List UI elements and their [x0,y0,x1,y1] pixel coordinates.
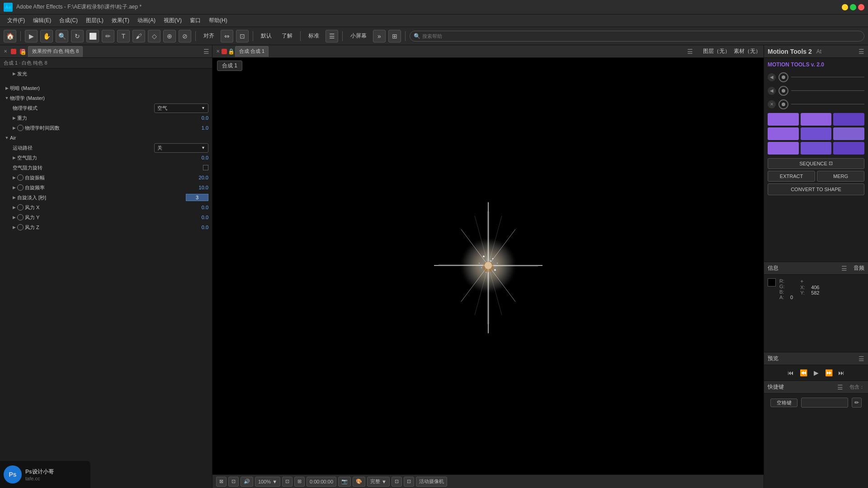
wind-x-arrow[interactable]: ▶ [11,204,17,211]
layout-menu[interactable]: ☰ [326,30,338,42]
effect-physics-time[interactable]: ▶ 物理学时间因数 1.0 [0,123,212,133]
menu-composition[interactable]: 合成(C) [56,15,81,26]
air-resistance-arrow[interactable]: ▶ [11,155,17,161]
effect-air-resistance[interactable]: ▶ 空气阻力 0.0 [0,153,212,163]
camera-btn[interactable]: ⊡ [236,30,249,42]
effect-motion-path[interactable]: 运动路径 关 ▼ [0,143,212,153]
search-input[interactable] [422,33,860,39]
wind-z-arrow[interactable]: ▶ [11,224,17,230]
color-swatch-9[interactable] [833,142,864,155]
comp-toggle-btn[interactable]: ⊠ [216,477,226,487]
comp-panel-close[interactable]: ✕ [215,49,221,54]
color-swatch-4[interactable] [768,127,799,140]
pen-tool[interactable]: ✏ [102,30,114,42]
comp-panel-menu[interactable]: ☰ [687,48,693,55]
comp-camera-active[interactable]: 活动摄像机 [416,477,447,487]
physics-mode-dropdown[interactable]: 空气 ▼ [154,103,208,113]
expand-btn[interactable]: » [373,30,386,42]
comp-3d-btn[interactable]: ⊡ [404,477,414,487]
comp-audio-btn[interactable]: 🔊 [241,477,253,487]
mt-nav-left[interactable]: ◀ [768,73,776,81]
brightness-arrow[interactable]: ▶ [4,85,10,91]
preview-panel-menu[interactable]: ☰ [859,355,864,362]
color-swatch-3[interactable] [833,113,864,126]
comp-res-btn[interactable]: ⊡ [392,477,402,487]
mt-nav-circle2[interactable] [778,86,788,96]
merge-button[interactable]: MERG [817,171,864,182]
spin-amp-arrow[interactable]: ▶ [11,174,17,181]
air-resistance-spin-checkbox[interactable] [203,165,208,170]
gravity-arrow[interactable]: ▶ [11,115,17,121]
effect-wind-z[interactable]: ▶ 风力 Z 0.0 [0,222,212,232]
effect-air-resistance-spin[interactable]: 空气阻力旋转 [0,163,212,173]
mt-nav-x[interactable]: ✕ [768,100,776,108]
grid-btn[interactable]: ⊞ [388,30,401,42]
comp-preview-btn[interactable]: ⊡ [228,477,239,487]
shortcut-edit-btn[interactable]: ✏ [852,398,862,408]
minimize-button[interactable] [842,4,848,10]
brush-tool[interactable]: 🖌 [132,30,145,42]
color-swatch-7[interactable] [768,142,799,155]
menu-help[interactable]: 帮助(H) [205,15,231,26]
prev-frame-button[interactable]: ⏪ [798,368,808,378]
menu-animation[interactable]: 动画(A) [134,15,159,26]
motion-path-dropdown[interactable]: 关 ▼ [154,143,208,153]
menu-view[interactable]: 视图(V) [160,15,185,26]
color-swatch-2[interactable] [801,113,832,126]
home-button[interactable]: 🏠 [4,30,16,42]
menu-effects[interactable]: 效果(T) [108,15,133,26]
shape-tool[interactable]: ⬜ [86,30,99,42]
color-swatch-6[interactable] [833,127,864,140]
motion-tools-menu[interactable]: ☰ [859,48,864,55]
physics-time-arrow[interactable]: ▶ [11,125,17,131]
effect-physics-mode[interactable]: 物理学模式 空气 ▼ [0,103,212,113]
effect-physics[interactable]: ▼ 物理学 (Master) [0,93,212,103]
comp-grid-btn[interactable]: ⊞ [294,477,305,487]
eraser-tool[interactable]: ◇ [148,30,160,42]
skip-forward-button[interactable]: ⏭ [836,368,846,378]
spin-fade-input[interactable] [186,194,208,201]
effect-air[interactable]: ▼ Air [0,133,212,143]
effect-wind-y[interactable]: ▶ 风力 Y 0.0 [0,212,212,222]
comp-fit-btn[interactable]: ⊡ [282,477,292,487]
next-frame-button[interactable]: ⏩ [824,368,834,378]
comp-timecode[interactable]: 0:00:00:00 [307,477,336,487]
menu-layer[interactable]: 图层(L) [82,15,107,26]
comp-tab[interactable]: 合成 合成 1 [235,46,269,57]
air-arrow[interactable]: ▼ [4,135,10,141]
shortcut-key[interactable]: 空格键 [770,399,797,407]
effects-tab[interactable]: 效果控件 白色 纯色 8 [28,46,83,57]
info-panel-menu[interactable]: ☰ [841,265,847,272]
search-bar[interactable]: 🔍 [410,31,864,42]
mt-nav-left2[interactable]: ◀ [768,87,776,95]
play-button[interactable]: ▶ [811,368,821,378]
zoom-tool[interactable]: 🔍 [56,30,68,42]
convert-shape-button[interactable]: CONVERT TO SHAPE [768,183,864,195]
effect-spin-amp[interactable]: ▶ 自旋振幅 20.0 [0,173,212,183]
puppet-tool[interactable]: ⊕ [163,30,176,42]
color-swatch-8[interactable] [801,142,832,155]
effect-brightness[interactable]: ▶ 明暗 (Master) [0,83,212,93]
effect-spin-freq[interactable]: ▶ 自旋频率 10.0 [0,183,212,192]
effect-gravity[interactable]: ▶ 重力 0.0 [0,113,212,123]
text-tool[interactable]: T [117,30,130,42]
effects-panel-close[interactable]: ✕ [3,49,8,54]
hand-tool[interactable]: ✋ [40,30,53,42]
mt-nav-circle3[interactable] [778,99,788,109]
color-swatch-1[interactable] [768,113,799,126]
extract-button[interactable]: EXTRACT [768,171,815,182]
glow-arrow[interactable]: ▶ [11,70,17,77]
spin-fade-arrow[interactable]: ▶ [11,194,17,201]
comp-color-btn[interactable]: 🎨 [353,477,365,487]
maximize-button[interactable] [850,4,856,10]
rotate-tool[interactable]: ↻ [71,30,84,42]
align-button[interactable]: ⇔ [221,30,233,42]
menu-edit[interactable]: 编辑(E) [29,15,55,26]
wind-y-arrow[interactable]: ▶ [11,214,17,221]
track-tool[interactable]: ⊘ [179,30,191,42]
comp-camera-btn[interactable]: 📷 [338,477,351,487]
effect-spin-fade[interactable]: ▶ 自旋淡入 [秒] [0,192,212,202]
effects-panel-menu[interactable]: ☰ [203,48,209,55]
physics-arrow[interactable]: ▼ [4,95,10,101]
skip-back-button[interactable]: ⏮ [786,368,796,378]
